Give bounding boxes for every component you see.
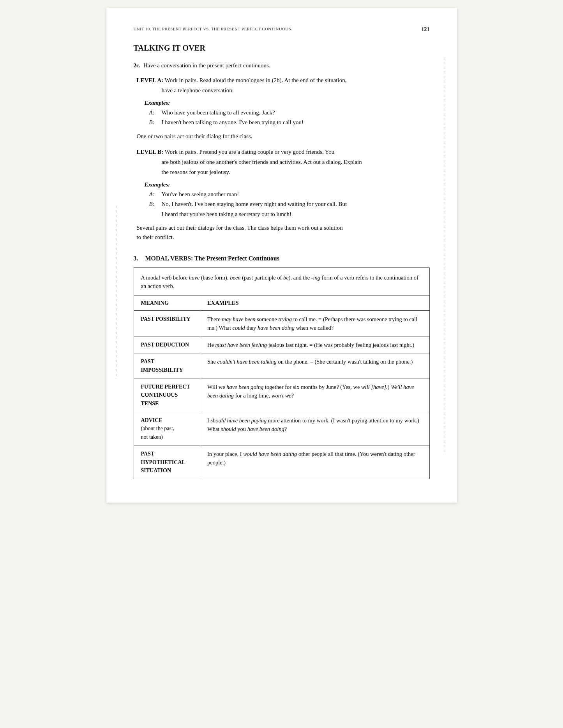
example-b2-text: No, I haven't. I've been staying home ev… <box>162 199 347 209</box>
header-title: UNIT 10. THE PRESENT PERFECT VS. THE PRE… <box>134 26 291 31</box>
section-title: TALKING IT OVER <box>134 44 430 53</box>
table-header-row: MEANING EXAMPLES <box>134 296 429 311</box>
table-row: PAST IMPOSSIBILITYShe couldn't have been… <box>134 353 429 378</box>
level-a-example-2: B: I haven't been talking to anyone. I'v… <box>145 118 430 128</box>
level-b-block: LEVEL B: Work in pairs. Pretend you are … <box>134 147 430 242</box>
speaker-b1: B: <box>149 118 157 128</box>
level-a-continuation: have a telephone conversation. <box>137 86 430 95</box>
page-header: UNIT 10. THE PRESENT PERFECT VS. THE PRE… <box>134 26 430 33</box>
level-b-examples-header: Examples: <box>145 181 430 188</box>
modal-section-number: 3. <box>134 255 138 262</box>
level-a-followup: One or two pairs act out their dialog fo… <box>137 132 430 141</box>
level-a-example-1: A: Who have you been talking to all even… <box>145 108 430 118</box>
page: UNIT 10. THE PRESENT PERFECT VS. THE PRE… <box>106 8 457 503</box>
example-4: I should have been paying more attention… <box>200 412 429 445</box>
level-b-text: Work in pairs. Pretend you are a dating … <box>165 149 334 155</box>
meaning-4: ADVICE(about the past,not taken) <box>134 412 200 445</box>
left-margin-decoration <box>116 206 116 379</box>
example-5: In your place, I would have been dating … <box>200 445 429 479</box>
table-intro: A modal verb before have (base form), be… <box>134 268 429 296</box>
example-1: He must have been feeling jealous last n… <box>200 336 429 353</box>
level-b-continuation2: the reasons for your jealousy. <box>137 167 430 177</box>
modal-table-wrapper: A modal verb before have (base form), be… <box>134 267 430 479</box>
level-b-label: LEVEL B: <box>137 149 164 155</box>
speaker-b2: B: <box>149 199 157 209</box>
table-row: PAST POSSIBILITYThere may have been some… <box>134 311 429 336</box>
level-a-intro: LEVEL A: Work in pairs. Read aloud the m… <box>137 76 430 85</box>
level-b-example-2-line2: I heard that you've been taking a secret… <box>145 209 430 220</box>
level-a-block: LEVEL A: Work in pairs. Read aloud the m… <box>134 76 430 141</box>
speaker-a2: A: <box>149 190 157 200</box>
example-a2-text: You've been seeing another man! <box>162 190 239 200</box>
meaning-5: PAST HYPOTHETICAL SITUATION <box>134 445 200 479</box>
level-a-text: Work in pairs. Read aloud the monologues… <box>165 77 347 83</box>
level-b-intro: LEVEL B: Work in pairs. Pretend you are … <box>137 147 430 157</box>
meaning-0: PAST POSSIBILITY <box>134 311 200 336</box>
table-row: ADVICE(about the past,not taken)I should… <box>134 412 429 445</box>
level-b-example-2-line1: B: No, I haven't. I've been staying home… <box>145 199 430 209</box>
modal-section: 3. MODAL VERBS: The Present Perfect Cont… <box>134 255 430 479</box>
speaker-a1: A: <box>149 108 157 118</box>
speaker-b2-cont <box>149 209 157 220</box>
example-b2-text2: I heard that you've been taking a secret… <box>162 209 291 220</box>
table-row: FUTURE PERFECT CONTINUOUS TENSEWill we h… <box>134 378 429 412</box>
table-row: PAST HYPOTHETICAL SITUATIONIn your place… <box>134 445 429 479</box>
example-0: There may have been someone trying to ca… <box>200 311 429 336</box>
col-meaning: MEANING <box>134 296 200 311</box>
example-2: She couldn't have been talking on the ph… <box>200 353 429 378</box>
meaning-2: PAST IMPOSSIBILITY <box>134 353 200 378</box>
example-3: Will we have been going together for six… <box>200 378 429 412</box>
level-b-followup1: Several pairs act out their dialogs for … <box>137 223 430 232</box>
example-a1-text: Who have you been talking to all evening… <box>162 108 275 118</box>
exercise-text: Have a conversation in the present perfe… <box>143 62 270 69</box>
page-number: 121 <box>422 26 430 33</box>
example-b1-text: I haven't been talking to anyone. I've b… <box>162 118 304 128</box>
modal-section-heading: MODAL VERBS: The Present Perfect Continu… <box>145 255 279 262</box>
modal-section-title-block: 3. MODAL VERBS: The Present Perfect Cont… <box>134 255 430 262</box>
meaning-3: FUTURE PERFECT CONTINUOUS TENSE <box>134 378 200 412</box>
meaning-1: PAST DEDUCTION <box>134 336 200 353</box>
table-intro-text: A modal verb before have (base form), be… <box>141 274 418 289</box>
exercise-intro: 2c. Have a conversation in the present p… <box>134 61 430 70</box>
right-margin-decoration <box>445 57 445 453</box>
level-b-continuation1: are both jealous of one another's other … <box>137 157 430 167</box>
modal-table: MEANING EXAMPLES PAST POSSIBILITYThere m… <box>134 296 429 479</box>
exercise-label: 2c. <box>134 62 141 69</box>
level-a-examples-header: Examples: <box>145 100 430 106</box>
col-examples: EXAMPLES <box>200 296 429 311</box>
level-b-example-1: A: You've been seeing another man! <box>145 190 430 200</box>
table-row: PAST DEDUCTIONHe must have been feeling … <box>134 336 429 353</box>
level-b-followup2: to their conflict. <box>137 232 430 242</box>
level-a-label: LEVEL A: <box>137 77 164 83</box>
